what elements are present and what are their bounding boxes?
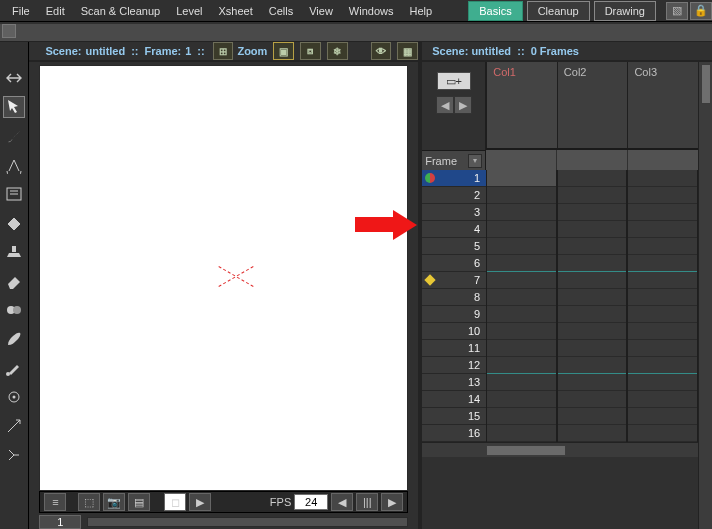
frame-row-13[interactable]: 13: [422, 374, 486, 391]
room-drawing-tab[interactable]: Drawing: [594, 1, 656, 21]
cell[interactable]: [628, 238, 697, 255]
cell-column-1[interactable]: [486, 170, 557, 442]
fps-right-icon[interactable]: ▶: [381, 493, 403, 511]
eraser-tool[interactable]: [3, 270, 25, 292]
cell[interactable]: [487, 170, 556, 187]
lock-icon[interactable]: 🔒: [690, 2, 712, 20]
histogram-icon[interactable]: |||: [356, 493, 378, 511]
cell[interactable]: [558, 170, 627, 187]
cell-column-3[interactable]: [627, 170, 698, 442]
frame-row-11[interactable]: 11: [422, 340, 486, 357]
xsheet-vscroll-thumb[interactable]: [701, 64, 711, 104]
menu-level[interactable]: Level: [168, 2, 210, 20]
frame-row-2[interactable]: 2: [422, 187, 486, 204]
selection-tool[interactable]: [3, 96, 25, 118]
view-camera-icon[interactable]: ▣: [273, 42, 294, 60]
xsheet-hscroll[interactable]: [422, 442, 698, 457]
fps-field[interactable]: [294, 494, 328, 510]
frame-row-15[interactable]: 15: [422, 408, 486, 425]
menu-cells[interactable]: Cells: [261, 2, 301, 20]
frame-row-4[interactable]: 4: [422, 221, 486, 238]
rgb-picker-tool[interactable]: [3, 357, 25, 379]
menu-edit[interactable]: Edit: [38, 2, 73, 20]
cell[interactable]: [487, 255, 556, 272]
snapshot-icon[interactable]: 📷: [103, 493, 125, 511]
frame-row-16[interactable]: 16: [422, 425, 486, 442]
memo-prev-icon[interactable]: ◀: [436, 96, 454, 114]
edit-tool[interactable]: [3, 67, 25, 89]
cell[interactable]: [558, 238, 627, 255]
cell[interactable]: [487, 221, 556, 238]
cell[interactable]: [628, 408, 697, 425]
cell[interactable]: [558, 272, 627, 289]
column-header-1[interactable]: Col1: [486, 62, 557, 148]
frame-row-8[interactable]: 8: [422, 289, 486, 306]
cell[interactable]: [628, 374, 697, 391]
cell[interactable]: [558, 391, 627, 408]
room-basics-tab[interactable]: Basics: [468, 1, 522, 21]
style-picker-tool[interactable]: [3, 328, 25, 350]
column-header-2[interactable]: Col2: [557, 62, 628, 148]
cell[interactable]: [487, 272, 556, 289]
cell[interactable]: [487, 204, 556, 221]
cell[interactable]: [558, 408, 627, 425]
cell[interactable]: [487, 408, 556, 425]
frame-row-6[interactable]: 6: [422, 255, 486, 272]
cell[interactable]: [628, 255, 697, 272]
cell[interactable]: [628, 272, 697, 289]
cell[interactable]: [558, 204, 627, 221]
viewer-canvas[interactable]: [39, 65, 408, 491]
cell-column-2[interactable]: [557, 170, 628, 442]
cell[interactable]: [487, 425, 556, 442]
frame-row-12[interactable]: 12: [422, 357, 486, 374]
cell[interactable]: [628, 391, 697, 408]
fps-left-icon[interactable]: ◀: [331, 493, 353, 511]
cell[interactable]: [487, 340, 556, 357]
cell[interactable]: [558, 289, 627, 306]
subbar-handle[interactable]: [2, 24, 16, 38]
menu-xsheet[interactable]: Xsheet: [211, 2, 261, 20]
type-tool[interactable]: [3, 183, 25, 205]
cell[interactable]: [487, 323, 556, 340]
cell[interactable]: [628, 187, 697, 204]
cell[interactable]: [487, 187, 556, 204]
cell[interactable]: [628, 221, 697, 238]
geometric-tool[interactable]: [3, 154, 25, 176]
frame-row-10[interactable]: 10: [422, 323, 486, 340]
column-header-3[interactable]: Col3: [627, 62, 698, 148]
memo-next-icon[interactable]: ▶: [454, 96, 472, 114]
cell[interactable]: [558, 374, 627, 391]
cell[interactable]: [487, 374, 556, 391]
cell[interactable]: [487, 289, 556, 306]
control-point-tool[interactable]: [3, 386, 25, 408]
cell[interactable]: [558, 340, 627, 357]
frame-row-3[interactable]: 3: [422, 204, 486, 221]
cell[interactable]: [558, 187, 627, 204]
freeze-icon[interactable]: ❄: [327, 42, 348, 60]
preview-icon[interactable]: 👁: [371, 42, 392, 60]
frame-row-14[interactable]: 14: [422, 391, 486, 408]
cell[interactable]: [628, 425, 697, 442]
pinch-tool[interactable]: [3, 415, 25, 437]
xsheet-hscroll-thumb[interactable]: [486, 445, 566, 456]
cell[interactable]: [558, 221, 627, 238]
cell[interactable]: [487, 357, 556, 374]
cell[interactable]: [628, 357, 697, 374]
menu-view[interactable]: View: [301, 2, 341, 20]
current-frame-field[interactable]: [39, 515, 81, 529]
menu-windows[interactable]: Windows: [341, 2, 402, 20]
cell[interactable]: [558, 425, 627, 442]
new-memo-button[interactable]: ▭+: [437, 72, 471, 90]
cell[interactable]: [487, 238, 556, 255]
menu-help[interactable]: Help: [401, 2, 440, 20]
menu-file[interactable]: File: [4, 2, 38, 20]
cell[interactable]: [558, 255, 627, 272]
view-3d-icon[interactable]: ⧈: [300, 42, 321, 60]
frame-slider[interactable]: [87, 517, 408, 527]
cell[interactable]: [487, 391, 556, 408]
options-icon[interactable]: ≡: [44, 493, 66, 511]
skeleton-tool[interactable]: [3, 444, 25, 466]
cell[interactable]: [487, 306, 556, 323]
cell[interactable]: [628, 170, 697, 187]
frame-header[interactable]: Frame ▾: [422, 150, 486, 170]
